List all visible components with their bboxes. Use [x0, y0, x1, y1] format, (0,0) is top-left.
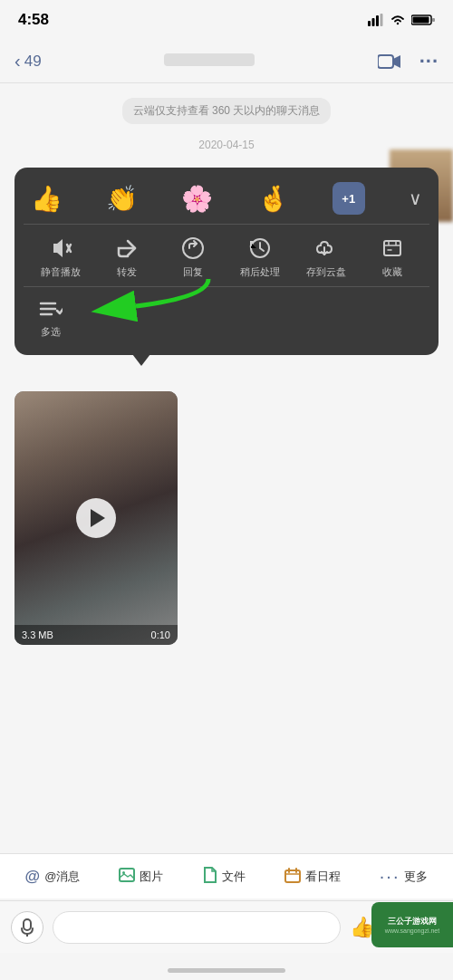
watermark-url: www.sangongzi.net	[385, 927, 439, 934]
emoji-expand-icon[interactable]: ∨	[409, 187, 422, 209]
video-size: 3.3 MB	[22, 629, 53, 640]
svg-rect-6	[432, 18, 435, 22]
play-triangle-icon	[91, 509, 105, 527]
cloud-save-icon	[313, 235, 339, 261]
video-call-icon[interactable]	[378, 53, 401, 71]
svg-rect-21	[285, 870, 300, 882]
cloud-save-label: 存到云盘	[306, 265, 346, 279]
toolbar-at-label: @消息	[44, 869, 80, 885]
action-collect[interactable]: 收藏	[365, 235, 419, 279]
watermark: 三公子游戏网 www.sangongzi.net	[371, 902, 453, 947]
nav-back-count: 49	[24, 53, 42, 71]
svg-rect-7	[378, 55, 393, 68]
date-divider-text: 2020-04-15	[198, 139, 254, 151]
status-time: 4:58	[18, 11, 49, 29]
status-icons	[368, 14, 435, 26]
svg-rect-2	[376, 15, 379, 26]
mute-label: 静音播放	[41, 265, 81, 279]
forward-icon	[114, 235, 140, 261]
nav-actions: ···	[378, 50, 439, 73]
status-bar: 4:58	[0, 0, 453, 40]
mute-icon	[48, 235, 73, 261]
emoji-fingers[interactable]: 🤞	[257, 184, 289, 214]
multiselect-icon	[38, 296, 63, 322]
thumbsup-icon[interactable]: 👍	[350, 916, 374, 939]
emoji-thumbsup[interactable]: 👍	[31, 184, 63, 214]
video-duration: 0:10	[151, 629, 170, 640]
toolbar-image[interactable]: 图片	[113, 864, 169, 889]
svg-rect-25	[24, 919, 31, 930]
emoji-row: 👍 👏 🌸 🤞 +1 ∨	[24, 178, 429, 225]
action-cloud[interactable]: 存到云盘	[299, 235, 353, 279]
video-info-bar: 3.3 MB 0:10	[14, 625, 178, 645]
emoji-plus-btn[interactable]: +1	[333, 182, 365, 215]
home-indicator	[168, 968, 285, 973]
file-icon	[203, 867, 217, 886]
collect-icon	[380, 235, 405, 261]
back-arrow-icon: ‹	[14, 51, 21, 72]
toolbar-file[interactable]: 文件	[198, 863, 251, 889]
video-preview	[14, 391, 178, 645]
cloud-notice: 云端仅支持查看 360 天以内的聊天消息	[0, 83, 453, 131]
svg-rect-0	[368, 21, 371, 26]
more-dots-icon: ···	[380, 866, 400, 887]
action-mute[interactable]: 静音播放	[34, 235, 88, 279]
nav-bar: ‹ 49 ···	[0, 40, 453, 83]
svg-rect-14	[384, 241, 400, 255]
toolbar-image-label: 图片	[140, 869, 163, 885]
video-play-button[interactable]	[76, 498, 116, 538]
watermark-title: 三公子游戏网	[388, 916, 437, 927]
action-later[interactable]: 稍后处理	[233, 235, 287, 279]
toolbar-at[interactable]: @ @消息	[20, 864, 86, 889]
collect-label: 收藏	[382, 265, 402, 279]
later-icon	[247, 235, 273, 261]
multiselect-row: 多选	[24, 287, 429, 344]
more-icon[interactable]: ···	[419, 50, 439, 73]
nav-title	[164, 53, 255, 71]
wifi-icon	[390, 14, 406, 26]
emoji-clap[interactable]: 👏	[106, 184, 138, 214]
svg-rect-3	[381, 14, 383, 26]
mic-button[interactable]	[11, 911, 43, 944]
text-input[interactable]	[53, 911, 341, 944]
svg-rect-1	[372, 18, 375, 26]
cloud-notice-text: 云端仅支持查看 360 天以内的聊天消息	[122, 98, 332, 124]
emoji-flower[interactable]: 🌸	[181, 184, 213, 214]
toolbar-calendar[interactable]: 看日程	[279, 864, 346, 889]
toolbar-more-label: 更多	[404, 869, 428, 885]
reply-icon	[180, 235, 206, 261]
emoji-plus-label: +1	[342, 192, 355, 206]
chat-area: 云端仅支持查看 360 天以内的聊天消息 2020-04-15 👍 👏 🌸 🤞 …	[0, 83, 453, 364]
svg-rect-19	[120, 869, 134, 881]
nav-back[interactable]: ‹ 49	[14, 51, 42, 72]
action-row: 静音播放 转发	[24, 225, 429, 287]
calendar-icon	[284, 868, 301, 886]
later-label: 稍后处理	[240, 265, 280, 279]
date-divider: 2020-04-15	[0, 131, 453, 159]
action-multiselect[interactable]: 多选	[38, 296, 63, 339]
green-arrow	[91, 270, 217, 328]
bottom-toolbar: @ @消息 图片 文件	[0, 853, 453, 898]
toolbar-file-label: 文件	[222, 869, 246, 885]
toolbar-more[interactable]: ··· 更多	[374, 862, 434, 890]
context-menu: 👍 👏 🌸 🤞 +1 ∨ 静音播放	[14, 168, 439, 355]
multiselect-label: 多选	[41, 325, 61, 339]
battery-icon	[411, 14, 435, 26]
svg-point-11	[183, 238, 203, 258]
at-icon: @	[25, 868, 41, 886]
image-icon	[119, 868, 135, 885]
svg-marker-8	[53, 239, 63, 257]
toolbar-calendar-label: 看日程	[305, 869, 341, 885]
signal-icon	[368, 14, 384, 26]
svg-rect-5	[413, 17, 429, 24]
video-message[interactable]: 3.3 MB 0:10	[14, 391, 178, 645]
